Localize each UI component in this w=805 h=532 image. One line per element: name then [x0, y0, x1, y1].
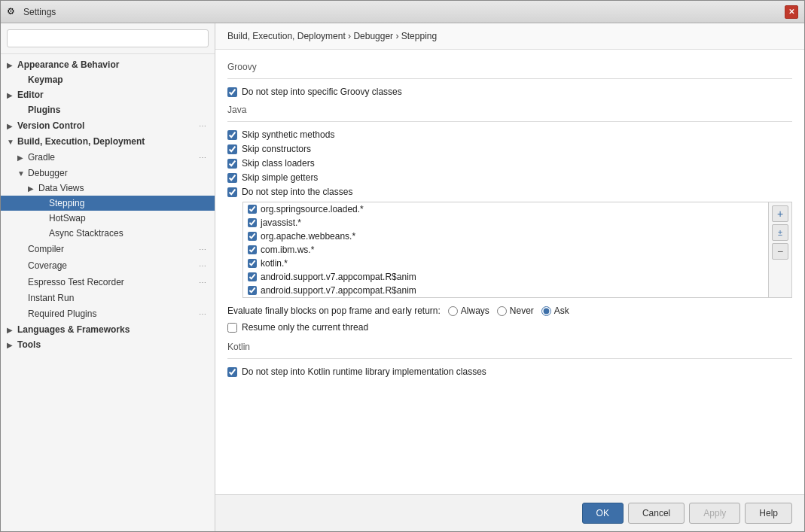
java-skip-class-loaders-checkbox[interactable] — [227, 159, 237, 169]
sidebar-item-appearance[interactable]: ▶ Appearance & Behavior — [1, 57, 215, 72]
settings-icon: ⋯ — [197, 151, 209, 163]
sidebar-item-languages[interactable]: ▶ Languages & Frameworks — [1, 322, 215, 337]
settings-window: ⚙ Settings ✕ ▶ Appearance & Behavior Key… — [0, 0, 805, 532]
sidebar-item-label: Coverage — [28, 260, 197, 271]
kotlin-no-step-checkbox[interactable] — [227, 367, 237, 377]
sidebar-item-build[interactable]: ▼ Build, Execution, Deployment — [1, 134, 215, 149]
java-skip-class-loaders-row: Skip class loaders — [227, 158, 792, 169]
sidebar-item-label: Data Views — [38, 183, 209, 193]
kotlin-divider — [227, 358, 792, 359]
class-checkbox-6[interactable] — [248, 286, 257, 295]
java-skip-constructors-checkbox[interactable] — [227, 144, 237, 154]
sidebar-item-label: Compiler — [28, 244, 197, 254]
evaluate-finally-row: Evaluate finally blocks on pop frame and… — [227, 306, 792, 316]
footer-bar: OK Cancel Apply Help — [215, 494, 804, 531]
search-bar — [1, 23, 215, 54]
settings-icon: ⋯ — [197, 260, 209, 272]
sidebar-item-gradle[interactable]: ▶ Gradle ⋯ — [1, 149, 215, 166]
add-class-button[interactable]: + — [772, 205, 788, 222]
remove-class-button[interactable]: − — [772, 243, 788, 260]
class-checkbox-4[interactable] — [248, 259, 257, 268]
java-skip-simple-getters-checkbox[interactable] — [227, 173, 237, 183]
kotlin-section-header: Kotlin — [227, 342, 792, 352]
java-skip-synthetic-label: Skip synthetic methods — [242, 129, 334, 140]
main-content: ▶ Appearance & Behavior Keymap ▶ Editor … — [1, 23, 804, 531]
arrow-icon: ▼ — [7, 138, 17, 146]
sidebar-item-debugger[interactable]: ▼ Debugger — [1, 166, 215, 181]
class-label-2: org.apache.webbeans.* — [261, 231, 355, 242]
groovy-no-step-label: Do not step into specific Groovy classes — [242, 87, 402, 97]
sidebar-item-plugins[interactable]: Plugins — [1, 102, 215, 117]
sidebar-item-hotswap[interactable]: HotSwap — [1, 211, 215, 226]
ok-button[interactable]: OK — [582, 503, 624, 524]
sidebar-item-stepping[interactable]: Stepping — [1, 196, 215, 211]
class-label-5: android.support.v7.appcompat.R$anim — [261, 272, 416, 282]
sidebar-item-keymap[interactable]: Keymap — [1, 72, 215, 87]
sidebar-item-async-stacktraces[interactable]: Async Stacktraces — [1, 226, 215, 241]
add-alt-class-button[interactable]: ± — [772, 224, 788, 241]
sidebar-item-label: Version Control — [17, 120, 197, 131]
sidebar-item-data-views[interactable]: ▶ Data Views — [1, 181, 215, 196]
sidebar-item-compiler[interactable]: Compiler ⋯ — [1, 241, 215, 257]
arrow-icon: ▶ — [7, 91, 17, 99]
search-input[interactable] — [7, 29, 209, 47]
arrow-icon: ▶ — [28, 184, 38, 193]
arrow-icon: ▼ — [17, 169, 28, 178]
java-do-not-step-row: Do not step into the classes — [227, 187, 792, 197]
title-bar-left: ⚙ Settings — [7, 6, 56, 18]
java-skip-synthetic-row: Skip synthetic methods — [227, 129, 792, 140]
radio-ask[interactable] — [541, 306, 551, 316]
groovy-section-header: Groovy — [227, 62, 792, 72]
java-skip-class-loaders-label: Skip class loaders — [242, 158, 315, 169]
sidebar-item-coverage[interactable]: Coverage ⋯ — [1, 257, 215, 274]
class-checkbox-0[interactable] — [248, 205, 257, 214]
sidebar-item-espresso[interactable]: Espresso Test Recorder ⋯ — [1, 274, 215, 290]
class-checkbox-1[interactable] — [248, 218, 257, 227]
class-item: com.ibm.ws.* — [243, 243, 768, 257]
sidebar-item-label: HotSwap — [49, 213, 209, 223]
close-button[interactable]: ✕ — [785, 5, 798, 19]
arrow-icon: ▶ — [17, 154, 28, 162]
sidebar-item-instant-run[interactable]: Instant Run — [1, 290, 215, 306]
class-item: kotlin.* — [243, 257, 768, 270]
cancel-button[interactable]: Cancel — [628, 503, 685, 524]
java-skip-synthetic-checkbox[interactable] — [227, 130, 237, 140]
help-button[interactable]: Help — [745, 503, 792, 524]
class-checkbox-3[interactable] — [248, 245, 257, 254]
title-bar: ⚙ Settings ✕ — [1, 1, 804, 23]
radio-ask-option: Ask — [541, 306, 569, 316]
class-item: android.support.v7.appcompat.R$anim — [243, 270, 768, 284]
app-icon: ⚙ — [7, 6, 19, 18]
radio-always[interactable] — [448, 306, 458, 316]
class-item: org.apache.webbeans.* — [243, 230, 768, 243]
apply-button[interactable]: Apply — [689, 503, 740, 524]
class-item: org.springsource.loaded.* — [243, 202, 768, 216]
groovy-no-step-checkbox[interactable] — [227, 87, 237, 97]
sidebar-item-required-plugins[interactable]: Required Plugins ⋯ — [1, 306, 215, 322]
settings-icon: ⋯ — [197, 120, 209, 132]
radio-always-label: Always — [461, 306, 489, 316]
resume-thread-row: Resume only the current thread — [227, 322, 792, 333]
classes-list-container: org.springsource.loaded.* javassist.* or… — [242, 202, 792, 298]
sidebar-item-version-control[interactable]: ▶ Version Control ⋯ — [1, 117, 215, 134]
arrow-icon: ▶ — [7, 326, 17, 334]
sidebar-item-label: Async Stacktraces — [49, 228, 209, 239]
sidebar-item-label: Languages & Frameworks — [17, 324, 209, 335]
java-do-not-step-label: Do not step into the classes — [242, 187, 352, 197]
radio-never-option: Never — [497, 306, 534, 316]
sidebar-item-editor[interactable]: ▶ Editor — [1, 87, 215, 102]
arrow-icon: ▶ — [7, 341, 17, 349]
java-section-header: Java — [227, 105, 792, 115]
class-item: javassist.* — [243, 216, 768, 230]
settings-icon: ⋯ — [197, 276, 209, 288]
sidebar-item-tools[interactable]: ▶ Tools — [1, 337, 215, 352]
sidebar-item-label: Debugger — [28, 168, 209, 178]
radio-never[interactable] — [497, 306, 507, 316]
sidebar-item-label: Appearance & Behavior — [17, 59, 209, 70]
class-checkbox-5[interactable] — [248, 272, 257, 281]
class-checkbox-2[interactable] — [248, 232, 257, 241]
java-do-not-step-checkbox[interactable] — [227, 187, 237, 197]
sidebar-item-label: Required Plugins — [28, 309, 197, 319]
resume-thread-checkbox[interactable] — [227, 323, 237, 333]
sidebar-item-label: Tools — [17, 339, 209, 350]
